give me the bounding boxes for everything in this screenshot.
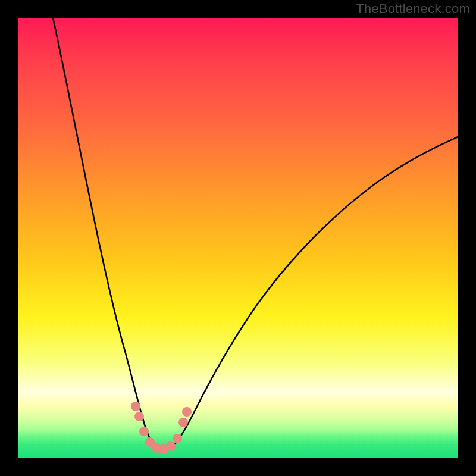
bottleneck-curve xyxy=(53,18,458,450)
svg-point-0 xyxy=(131,402,140,411)
svg-point-2 xyxy=(139,427,149,436)
chart-plot xyxy=(18,18,458,458)
svg-point-1 xyxy=(134,412,144,421)
chart-frame: TheBottleneck.com xyxy=(0,0,476,476)
svg-point-6 xyxy=(166,441,176,451)
svg-point-9 xyxy=(182,407,192,416)
svg-point-8 xyxy=(178,418,188,427)
svg-point-7 xyxy=(173,434,182,443)
watermark-text: TheBottleneck.com xyxy=(356,1,470,17)
